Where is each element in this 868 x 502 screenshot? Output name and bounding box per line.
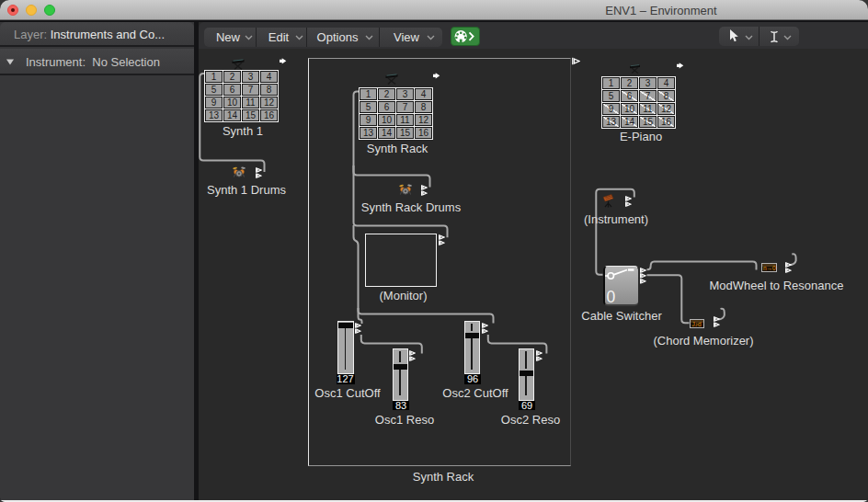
svg-text:n→0: n→0 <box>763 265 776 271</box>
svg-text:0: 0 <box>606 288 615 306</box>
svg-text:J♪d: J♪d <box>691 321 702 327</box>
